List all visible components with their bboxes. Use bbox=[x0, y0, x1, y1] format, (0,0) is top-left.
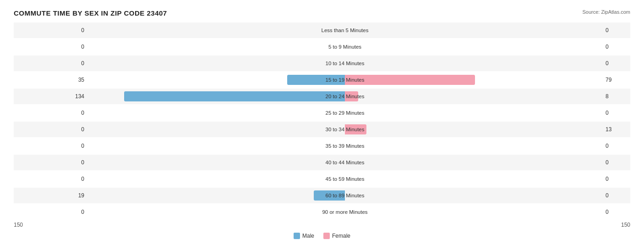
bar-row: 025 to 29 Minutes0 bbox=[14, 105, 630, 121]
bar-center-label: 35 to 39 Minutes bbox=[325, 143, 364, 149]
bar-right-value: 0 bbox=[603, 143, 630, 149]
male-label: Male bbox=[302, 233, 314, 239]
male-bar bbox=[287, 75, 345, 85]
bars-container: 35 to 39 Minutes bbox=[87, 138, 603, 154]
header: COMMUTE TIME BY SEX IN ZIP CODE 23407 So… bbox=[14, 9, 630, 17]
bar-left-value: 0 bbox=[14, 60, 87, 67]
bar-right-value: 0 bbox=[603, 44, 630, 50]
bar-center-label: 5 to 9 Minutes bbox=[328, 44, 361, 50]
bar-row: 1960 to 89 Minutes0 bbox=[14, 188, 630, 203]
bar-right-value: 0 bbox=[603, 27, 630, 33]
bar-center-label: 40 to 44 Minutes bbox=[325, 160, 364, 165]
bar-row: 3515 to 19 Minutes79 bbox=[14, 72, 630, 88]
bars-container: 45 to 59 Minutes bbox=[87, 171, 603, 187]
female-swatch bbox=[323, 233, 330, 239]
bars-container: 25 to 29 Minutes bbox=[87, 105, 603, 121]
bar-right-value: 0 bbox=[603, 176, 630, 182]
bar-row: 010 to 14 Minutes0 bbox=[14, 56, 630, 71]
bar-right-value: 0 bbox=[603, 60, 630, 67]
bars-container: Less than 5 Minutes bbox=[87, 22, 603, 38]
bars-container: 40 to 44 Minutes bbox=[87, 155, 603, 170]
legend-female: Female bbox=[323, 233, 350, 239]
bar-row: 045 to 59 Minutes0 bbox=[14, 171, 630, 187]
source-label: Source: ZipAtlas.com bbox=[582, 9, 630, 15]
axis-left: 150 bbox=[14, 222, 23, 228]
bars-container: 90 or more Minutes bbox=[87, 204, 603, 220]
bar-row: 030 to 34 Minutes13 bbox=[14, 122, 630, 137]
bar-center-label: Less than 5 Minutes bbox=[322, 28, 369, 33]
bars-container: 30 to 34 Minutes bbox=[87, 122, 603, 137]
bar-right-value: 0 bbox=[603, 192, 630, 199]
bars-container: 10 to 14 Minutes bbox=[87, 56, 603, 71]
bars-container: 15 to 19 Minutes bbox=[87, 72, 603, 88]
bar-row: 090 or more Minutes0 bbox=[14, 204, 630, 220]
bar-center-label: 45 to 59 Minutes bbox=[325, 176, 364, 182]
bars-container: 20 to 24 Minutes bbox=[87, 89, 603, 104]
bar-right-value: 0 bbox=[603, 110, 630, 116]
bar-left-value: 0 bbox=[14, 27, 87, 33]
bar-left-value: 0 bbox=[14, 126, 87, 133]
male-bar bbox=[314, 190, 345, 201]
chart-title: COMMUTE TIME BY SEX IN ZIP CODE 23407 bbox=[14, 9, 167, 17]
bar-right-value: 0 bbox=[603, 209, 630, 215]
legend-row: Male Female bbox=[14, 233, 630, 239]
bar-row: 035 to 39 Minutes0 bbox=[14, 138, 630, 154]
bar-left-value: 0 bbox=[14, 44, 87, 50]
bar-left-value: 0 bbox=[14, 143, 87, 149]
legend-male: Male bbox=[294, 233, 314, 239]
female-bar bbox=[345, 124, 366, 134]
bar-center-label: 25 to 29 Minutes bbox=[325, 110, 364, 116]
bar-right-value: 79 bbox=[603, 77, 630, 83]
bar-right-value: 8 bbox=[603, 93, 630, 100]
bars-container: 60 to 89 Minutes bbox=[87, 188, 603, 203]
bars-container: 5 to 9 Minutes bbox=[87, 39, 603, 55]
axis-labels: 150 150 bbox=[14, 222, 630, 228]
bar-center-label: 10 to 14 Minutes bbox=[325, 61, 364, 66]
chart-wrapper: COMMUTE TIME BY SEX IN ZIP CODE 23407 So… bbox=[14, 9, 630, 239]
bar-row: 05 to 9 Minutes0 bbox=[14, 39, 630, 55]
bar-center-label: 90 or more Minutes bbox=[322, 209, 367, 215]
bar-row: 0Less than 5 Minutes0 bbox=[14, 22, 630, 38]
bar-left-value: 134 bbox=[14, 93, 87, 100]
axis-right: 150 bbox=[621, 222, 630, 228]
bar-left-value: 0 bbox=[14, 209, 87, 215]
bar-left-value: 0 bbox=[14, 176, 87, 182]
male-swatch bbox=[294, 233, 300, 239]
female-bar bbox=[345, 91, 358, 101]
bar-left-value: 35 bbox=[14, 77, 87, 83]
chart-area: 0Less than 5 Minutes005 to 9 Minutes0010… bbox=[14, 22, 630, 220]
female-label: Female bbox=[332, 233, 350, 239]
bar-left-value: 0 bbox=[14, 159, 87, 166]
bar-left-value: 0 bbox=[14, 110, 87, 116]
bar-right-value: 13 bbox=[603, 126, 630, 133]
legend-items: Male Female bbox=[87, 233, 557, 239]
bar-right-value: 0 bbox=[603, 159, 630, 166]
bar-left-value: 19 bbox=[14, 192, 87, 199]
male-bar bbox=[124, 91, 345, 101]
bar-row: 13420 to 24 Minutes8 bbox=[14, 89, 630, 104]
female-bar bbox=[345, 75, 475, 85]
bar-row: 040 to 44 Minutes0 bbox=[14, 155, 630, 170]
